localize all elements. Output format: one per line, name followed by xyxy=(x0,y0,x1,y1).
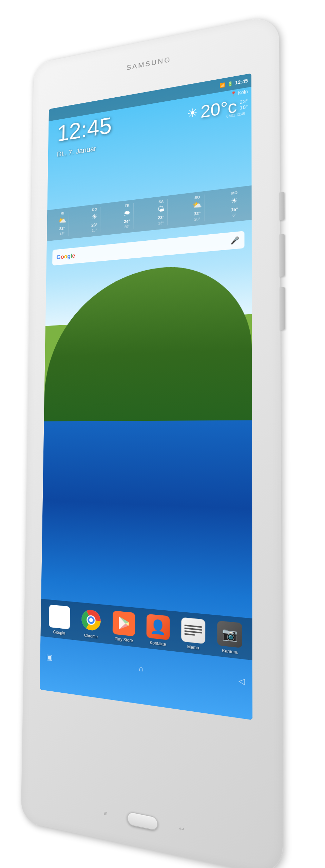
google-icon[interactable] xyxy=(49,605,70,629)
app-item-kamera[interactable]: 📷 Kamera xyxy=(211,620,248,656)
app-item-google[interactable]: Google xyxy=(44,604,75,637)
status-icons: 📶 🔋 12:45 xyxy=(220,78,248,88)
app-item-chrome[interactable]: Chrome xyxy=(75,607,107,640)
recent-apps-button[interactable]: ▣ xyxy=(46,653,53,662)
status-time: 12:45 xyxy=(235,78,248,85)
back-button[interactable]: ◁ xyxy=(238,676,245,687)
volume-up-button[interactable] xyxy=(279,234,285,277)
app-item-playstore[interactable]: Play Store xyxy=(107,610,140,644)
mic-icon[interactable]: 🎤 xyxy=(230,236,239,245)
kamera-app-label: Kamera xyxy=(222,648,238,655)
forecast-day-4: SO ⛅ 32° 26° xyxy=(190,194,205,223)
physical-buttons: ≡ ↩ xyxy=(103,806,184,836)
kontakte-app-label: Kontakte xyxy=(150,640,166,647)
forecast-day-0: Mi ⛅ 22° 12° xyxy=(58,211,69,237)
weather-icon: ☀ xyxy=(187,105,198,121)
back-physical-button[interactable]: ↩ xyxy=(179,825,184,834)
memo-icon[interactable] xyxy=(181,617,205,644)
weather-low: 18° xyxy=(240,103,248,111)
kontakte-icon[interactable]: 👤 xyxy=(146,614,170,640)
google-g-letter: G xyxy=(57,254,61,260)
tablet-shell: SAMSUNG 📶 🔋 12:45 12:45 xyxy=(21,14,283,868)
volume-down-button[interactable] xyxy=(280,287,285,330)
samsung-logo: SAMSUNG xyxy=(126,55,171,72)
chrome-app-label: Chrome xyxy=(84,633,98,639)
forecast-day-3: SA 🌤 22° 13° xyxy=(155,199,168,227)
forecast-day-5: Mo ☀ 15° 6° xyxy=(228,191,238,219)
forecast-day-1: Do ☀ 23° 18° xyxy=(89,207,101,233)
wifi-icon: 📶 xyxy=(220,82,225,88)
battery-icon: 🔋 xyxy=(227,81,233,87)
menu-physical-button[interactable]: ≡ xyxy=(103,809,107,817)
memo-app-label: Memo xyxy=(187,644,199,651)
google-app-label: Google xyxy=(53,630,65,636)
device-scene: SAMSUNG 📶 🔋 12:45 12:45 xyxy=(0,0,325,868)
home-button[interactable]: ⌂ xyxy=(139,664,143,674)
chrome-icon[interactable] xyxy=(80,608,102,633)
playstore-icon[interactable] xyxy=(113,611,135,636)
kamera-icon[interactable]: 📷 xyxy=(217,620,243,648)
power-button[interactable] xyxy=(279,192,285,220)
weather-temp-range: 23° 18° xyxy=(240,98,248,111)
forecast-day-2: FR 🌧 24° 20° xyxy=(121,203,133,230)
playstore-app-label: Play Store xyxy=(115,636,133,643)
screen: 📶 🔋 12:45 12:45 Di., 7. Januar 📍 Köln ☀ … xyxy=(40,73,252,720)
app-item-kontakte[interactable]: 👤 Kontakte xyxy=(141,613,175,648)
app-item-memo[interactable]: Memo xyxy=(175,617,211,652)
home-physical-button[interactable] xyxy=(127,811,158,831)
